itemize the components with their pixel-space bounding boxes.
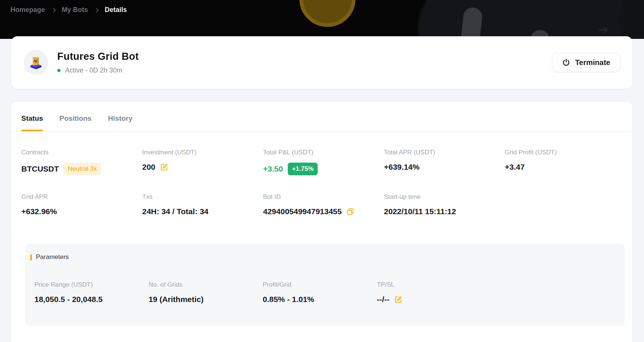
tab-history[interactable]: History (108, 105, 132, 131)
arrow-graphic: ➜ (598, 23, 611, 36)
page-title: Futures Grid Bot (57, 51, 139, 62)
top-banner: ⚡ ➜ Homepage My Bots Details (0, 0, 644, 39)
grids-value: 19 (Arithmetic) (149, 295, 204, 304)
terminate-label: Terminate (575, 58, 610, 67)
chevron-right-icon (94, 8, 99, 13)
edit-investment-button[interactable] (160, 163, 168, 171)
terminate-button[interactable]: Terminate (552, 53, 620, 72)
param-no-of-grids: No. of Grids 19 (Arithmetic) (149, 281, 263, 304)
bot-detail-card: Status Positions History Contracts BTCUS… (11, 102, 632, 342)
tab-status[interactable]: Status (21, 105, 43, 131)
param-label: No. of Grids (149, 281, 263, 289)
stat-investment: Investment (USDT) 200 (142, 149, 263, 175)
param-label: Profit/Grid (263, 281, 377, 289)
param-tpsl: TP/SL --/-- (377, 281, 491, 304)
startup-time-value: 2022/10/11 15:11:12 (384, 207, 456, 216)
stat-startup-time: Start-up time 2022/10/11 15:11:12 (384, 193, 505, 216)
parameters-panel: Parameters Price Range (USDT) 18,050.5 -… (25, 244, 625, 326)
total-apr-value: +639.14% (384, 163, 419, 172)
stat-label: Grid Profit (USDT) (505, 149, 626, 156)
copy-bot-id-button[interactable] (347, 208, 354, 215)
breadcrumb-my-bots[interactable]: My Bots (62, 6, 88, 14)
stat-grid-apr: Grid APR +632.96% (21, 193, 142, 216)
bot-header-card: Futures Grid Bot Active - 0D 2h 30m Term… (11, 36, 632, 89)
parameters-title: Parameters (36, 253, 69, 261)
stats-row-1: Contracts BTCUSDT Neutral 3x Investment … (21, 149, 622, 175)
stat-label: Txs (142, 193, 263, 201)
breadcrumb-homepage[interactable]: Homepage (10, 6, 45, 14)
leverage-badge: Neutral 3x (64, 163, 101, 175)
breadcrumb: Homepage My Bots Details (10, 6, 127, 14)
chevron-right-icon (51, 8, 56, 13)
stat-label: Total P&L (USDT) (263, 149, 384, 156)
edit-tpsl-button[interactable] (394, 296, 402, 304)
contracts-value: BTCUSDT (21, 164, 59, 173)
parameters-grid: Price Range (USDT) 18,050.5 - 20,048.5 N… (30, 281, 625, 304)
breadcrumb-details: Details (105, 6, 127, 14)
bot-id-value: 429400549947913455 (263, 207, 342, 216)
tab-positions[interactable]: Positions (59, 105, 92, 131)
tpsl-value: --/-- (377, 295, 390, 304)
pencil-square-icon (394, 296, 402, 304)
grid-bot-icon (28, 54, 44, 71)
price-range-value: 18,050.5 - 20,048.5 (34, 295, 103, 304)
param-label: Price Range (USDT) (34, 281, 149, 289)
profit-grid-value: 0.85% - 1.01% (263, 295, 314, 304)
active-status-dot (57, 69, 61, 72)
grid-apr-value: +632.96% (21, 207, 57, 216)
accent-bar (30, 254, 32, 261)
stats-section: Contracts BTCUSDT Neutral 3x Investment … (11, 132, 632, 216)
stat-total-pnl: Total P&L (USDT) +3.50 +1.75% (263, 149, 384, 175)
pencil-square-icon (160, 163, 168, 171)
stat-label: Grid APR (21, 193, 142, 201)
stat-label: Total APR (USDT) (384, 149, 505, 156)
pnl-percent-badge: +1.75% (288, 163, 318, 175)
power-icon (562, 58, 570, 67)
stat-bot-id: Bot ID 429400549947913455 (263, 193, 384, 216)
param-price-range: Price Range (USDT) 18,050.5 - 20,048.5 (34, 281, 149, 304)
investment-value: 200 (142, 163, 155, 172)
stat-txs: Txs 24H: 34 / Total: 34 (142, 193, 263, 216)
stats-row-2: Grid APR +632.96% Txs 24H: 34 / Total: 3… (21, 193, 622, 216)
coin-graphic: ⚡ (299, 0, 355, 27)
txs-value: 24H: 34 / Total: 34 (142, 207, 208, 216)
stat-contracts: Contracts BTCUSDT Neutral 3x (21, 149, 142, 175)
avatar (24, 50, 48, 75)
robot-secondary-graphic (619, 0, 644, 39)
stat-total-apr: Total APR (USDT) +639.14% (384, 149, 505, 175)
tab-bar: Status Positions History (11, 102, 632, 132)
stat-label: Start-up time (384, 193, 505, 201)
coin-symbol: ⚡ (324, 0, 334, 1)
param-label: TP/SL (377, 281, 491, 289)
param-profit-grid: Profit/Grid 0.85% - 1.01% (263, 281, 377, 304)
total-pnl-value: +3.50 (263, 164, 283, 173)
status-text: Active - 0D 2h 30m (65, 67, 122, 74)
stat-label: Contracts (21, 149, 142, 156)
stat-label: Bot ID (263, 193, 384, 201)
grid-profit-value: +3.47 (505, 163, 525, 172)
stat-label: Investment (USDT) (142, 149, 263, 156)
copy-icon (347, 208, 354, 215)
stat-grid-profit: Grid Profit (USDT) +3.47 (505, 149, 626, 175)
